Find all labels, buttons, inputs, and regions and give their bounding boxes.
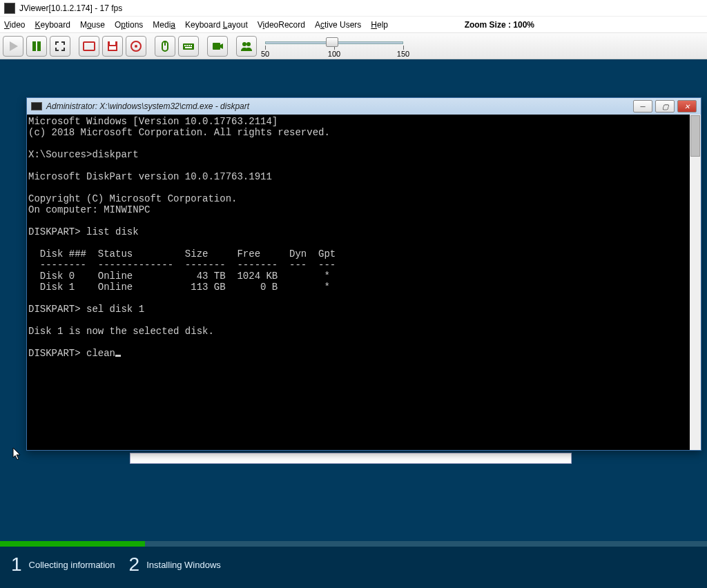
cmd-titlebar[interactable]: Administrator: X:\windows\system32\cmd.e… — [27, 98, 701, 115]
cdrom-button[interactable] — [79, 36, 99, 57]
menu-help[interactable]: Help — [371, 20, 388, 30]
menubar: Video Keyboard Mouse Options Media Keybo… — [0, 17, 707, 33]
minimize-button[interactable]: ─ — [633, 100, 652, 112]
installer-footer: 1 Collecting information 2 Installing Wi… — [0, 541, 707, 588]
menu-keyboard-layout[interactable]: Keyboard Layout — [185, 20, 248, 30]
svg-point-20 — [246, 42, 251, 46]
menu-options[interactable]: Options — [115, 20, 143, 30]
svg-rect-11 — [183, 43, 194, 50]
close-button[interactable]: ✕ — [677, 100, 697, 112]
cmd-output[interactable]: Microsoft Windows [Version 10.0.17763.21… — [27, 115, 701, 450]
menu-active-users[interactable]: Active Users — [315, 20, 361, 30]
svg-rect-1 — [32, 41, 36, 51]
toolbar: 50 100 150 — [0, 33, 707, 59]
svg-rect-16 — [185, 47, 192, 48]
svg-rect-14 — [188, 45, 190, 46]
svg-rect-3 — [84, 42, 95, 50]
setup-inner-progress — [130, 453, 572, 464]
text-cursor — [115, 355, 121, 357]
floppy-button[interactable] — [102, 36, 123, 57]
zoom-max: 150 — [397, 50, 409, 58]
zoom-slider-thumb[interactable] — [326, 37, 338, 47]
install-step-1: 1 Collecting information — [11, 553, 115, 576]
app-icon — [4, 3, 15, 14]
svg-rect-15 — [191, 45, 192, 46]
app-title: JViewer[10.1.2.174] - 17 fps — [19, 3, 122, 13]
install-step-2: 2 Installing Windows — [129, 553, 221, 576]
svg-marker-0 — [10, 41, 18, 51]
cmd-title: Administrator: X:\windows\system32\cmd.e… — [46, 101, 249, 111]
svg-rect-12 — [184, 45, 186, 46]
disc-button[interactable] — [126, 36, 146, 57]
keyboard-button[interactable] — [178, 36, 199, 57]
play-button[interactable] — [3, 36, 23, 57]
menu-mouse[interactable]: Mouse — [80, 20, 105, 30]
svg-point-19 — [242, 42, 246, 46]
menu-media[interactable]: Media — [153, 20, 175, 30]
fullscreen-button[interactable] — [50, 36, 70, 57]
svg-rect-5 — [110, 41, 115, 45]
cursor-icon — [12, 447, 22, 461]
install-progress — [0, 541, 707, 547]
cmd-scrollbar[interactable] — [690, 115, 701, 450]
svg-rect-6 — [109, 46, 116, 50]
record-button[interactable] — [207, 36, 228, 57]
remote-desktop[interactable]: Administrator: X:\windows\system32\cmd.e… — [0, 59, 707, 588]
svg-rect-13 — [186, 45, 188, 46]
pause-button[interactable] — [26, 36, 47, 57]
zoom-size-label: Zoom Size : 100% — [465, 20, 534, 30]
cmd-window[interactable]: Administrator: X:\windows\system32\cmd.e… — [26, 97, 701, 451]
users-button[interactable] — [236, 36, 257, 57]
svg-marker-18 — [220, 43, 223, 49]
svg-rect-2 — [37, 41, 41, 51]
maximize-button[interactable]: ▢ — [655, 100, 675, 112]
svg-point-8 — [135, 45, 137, 48]
menu-videorecord[interactable]: VideoRecord — [258, 20, 305, 30]
mouse-button[interactable] — [155, 36, 175, 57]
zoom-mid: 100 — [328, 50, 340, 58]
svg-rect-17 — [213, 43, 220, 50]
cmd-icon — [31, 102, 42, 110]
zoom-slider[interactable]: 50 100 150 — [265, 36, 403, 57]
menu-keyboard[interactable]: Keyboard — [35, 20, 70, 30]
app-titlebar: JViewer[10.1.2.174] - 17 fps — [0, 0, 707, 17]
cmd-scroll-thumb[interactable] — [690, 115, 700, 157]
svg-marker-21 — [13, 448, 20, 460]
menu-video[interactable]: Video — [4, 20, 25, 30]
zoom-min: 50 — [261, 50, 269, 58]
